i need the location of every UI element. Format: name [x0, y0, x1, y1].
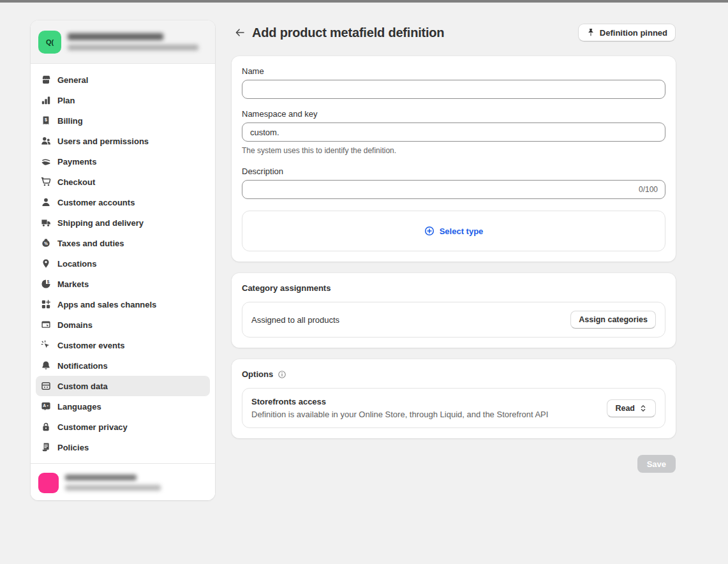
sidebar-item-label: Billing: [57, 116, 83, 126]
description-char-counter: 0/100: [639, 185, 658, 194]
truck-icon: [41, 218, 51, 228]
select-type-button[interactable]: Select type: [424, 226, 484, 236]
policy-doc-icon: [41, 442, 51, 452]
settings-sidebar: Q( GeneralPlan$BillingUsers and permissi…: [31, 20, 215, 500]
options-card: Options Storefronts access Definition is…: [232, 359, 676, 438]
sidebar-item-label: Payments: [57, 157, 96, 167]
sidebar-item-label: Notifications: [57, 361, 108, 371]
sidebar-item-customer-events[interactable]: Customer events: [36, 335, 210, 355]
name-input[interactable]: [242, 80, 665, 99]
sidebar-item-label: Customer accounts: [57, 198, 135, 207]
sidebar-item-label: Locations: [57, 259, 96, 269]
select-type-box: Select type: [242, 211, 665, 251]
definition-form-card: Name Namespace and key The system uses t…: [232, 56, 676, 262]
page-title: Add product metafield definition: [252, 26, 578, 40]
sidebar-item-label: Users and permissions: [57, 137, 149, 146]
store-icon: [41, 75, 51, 85]
page-header: Add product metafield definition Definit…: [232, 20, 676, 45]
browser-icon: [41, 320, 51, 330]
caret-up-down-icon: [639, 404, 648, 413]
sidebar-item-apps-and-sales-channels[interactable]: Apps and sales channels: [36, 294, 210, 315]
assign-categories-button[interactable]: Assign categories: [570, 311, 656, 329]
definition-pinned-button[interactable]: Definition pinned: [578, 24, 676, 41]
sidebar-item-label: Taxes and duties: [57, 239, 124, 248]
users-icon: [41, 136, 51, 146]
checkout-cart-icon: [41, 177, 51, 187]
user-name-redacted: [65, 475, 137, 480]
sidebar-item-users-and-permissions[interactable]: Users and permissions: [36, 131, 210, 151]
svg-text:A: A: [43, 403, 46, 408]
namespace-help-text: The system uses this to identify the def…: [242, 146, 665, 155]
pin-icon: [586, 28, 595, 37]
sidebar-item-general[interactable]: General: [36, 70, 210, 90]
info-icon[interactable]: [278, 370, 286, 379]
billing-icon: $: [41, 115, 51, 126]
main-content: Add product metafield definition Definit…: [232, 20, 676, 473]
store-avatar: Q(: [38, 31, 61, 54]
store-name-redacted: [68, 33, 163, 40]
user-account-row[interactable]: [31, 463, 215, 500]
sidebar-nav: GeneralPlan$BillingUsers and permissions…: [31, 64, 215, 463]
sidebar-item-markets[interactable]: $Markets: [36, 274, 210, 294]
sidebar-item-label: Plan: [57, 96, 75, 105]
category-assignments-heading: Category assignments: [242, 283, 331, 293]
database-drawer-icon: [41, 381, 51, 391]
sidebar-item-label: Customer events: [57, 341, 124, 350]
sidebar-item-checkout[interactable]: Checkout: [36, 172, 210, 192]
sidebar-item-customer-accounts[interactable]: Customer accounts: [36, 192, 210, 212]
description-label: Description: [242, 167, 665, 176]
globe-dollar-icon: $: [41, 279, 51, 289]
sidebar-item-shipping-and-delivery[interactable]: Shipping and delivery: [36, 212, 210, 233]
sidebar-item-label: Domains: [57, 320, 93, 330]
map-pin-icon: [41, 258, 51, 269]
translate-icon: A*: [41, 401, 51, 412]
sidebar-item-domains[interactable]: Domains: [36, 315, 210, 335]
person-icon: [41, 197, 51, 207]
sidebar-item-notifications[interactable]: Notifications: [36, 355, 210, 376]
payments-icon: [41, 156, 51, 167]
sidebar-item-payments[interactable]: Payments: [36, 151, 210, 172]
window-top-strip: [0, 0, 728, 3]
lock-icon: [41, 422, 51, 432]
back-button[interactable]: [232, 25, 247, 40]
apps-grid-icon: [41, 299, 51, 309]
cursor-click-icon: [41, 340, 51, 350]
store-domain-redacted: [68, 45, 198, 50]
user-avatar: [38, 473, 59, 493]
sidebar-item-label: General: [57, 75, 88, 85]
sidebar-item-policies[interactable]: Policies: [36, 437, 210, 457]
name-label: Name: [242, 66, 665, 76]
store-header[interactable]: Q(: [31, 20, 215, 64]
sidebar-item-label: Custom data: [57, 382, 108, 391]
sidebar-item-customer-privacy[interactable]: Customer privacy: [36, 417, 210, 437]
storefronts-access-description: Definition is available in your Online S…: [251, 410, 548, 419]
sidebar-item-label: Checkout: [57, 177, 95, 187]
sidebar-item-plan[interactable]: Plan: [36, 90, 210, 110]
sidebar-item-label: Markets: [57, 279, 89, 289]
sidebar-item-label: Shipping and delivery: [57, 218, 144, 228]
description-input[interactable]: [242, 180, 665, 199]
arrow-left-icon: [234, 27, 244, 38]
sidebar-item-label: Customer privacy: [57, 422, 128, 432]
storefronts-access-title: Storefronts access: [251, 397, 548, 406]
bell-icon: [41, 360, 51, 371]
svg-text:%: %: [44, 241, 48, 246]
svg-text:$: $: [47, 279, 50, 285]
plus-circle-icon: [424, 226, 435, 236]
sidebar-item-custom-data[interactable]: Custom data: [36, 376, 210, 396]
save-button[interactable]: Save: [637, 455, 676, 473]
sidebar-item-locations[interactable]: Locations: [36, 253, 210, 274]
namespace-key-input[interactable]: [242, 122, 665, 142]
sidebar-item-billing[interactable]: $Billing: [36, 110, 210, 131]
namespace-label: Namespace and key: [242, 109, 665, 119]
taxes-bag-icon: %: [41, 238, 51, 248]
sidebar-item-languages[interactable]: A*Languages: [36, 396, 210, 417]
plan-icon: [41, 95, 51, 105]
category-assignments-card: Category assignments Assigned to all pro…: [232, 273, 676, 348]
storefront-access-select[interactable]: Read: [607, 399, 656, 417]
sidebar-item-label: Apps and sales channels: [57, 300, 156, 309]
sidebar-item-label: Languages: [57, 402, 101, 412]
sidebar-item-taxes-and-duties[interactable]: %Taxes and duties: [36, 233, 210, 253]
sidebar-item-label: Policies: [57, 443, 89, 452]
user-email-redacted: [65, 485, 161, 491]
